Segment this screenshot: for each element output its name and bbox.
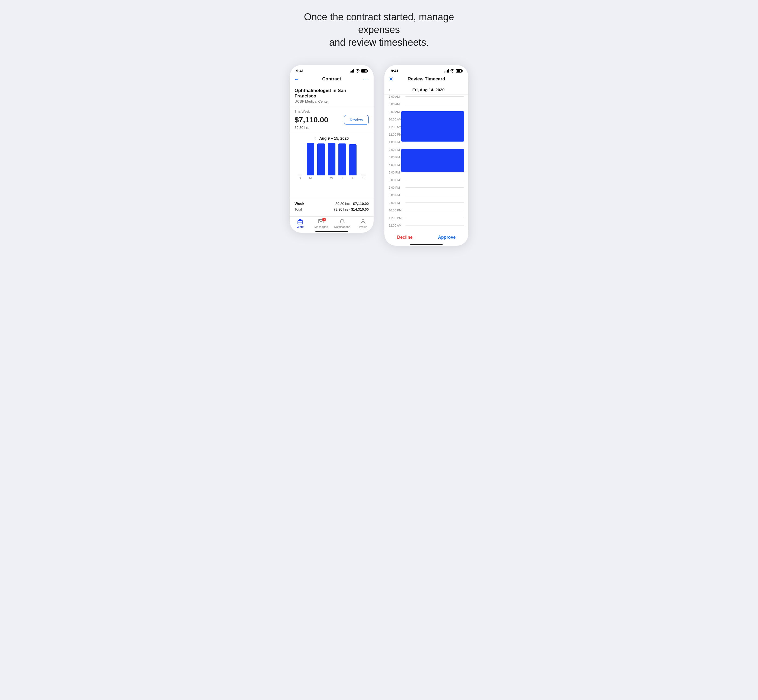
summary-week-value: 39:30 hrs · $7,110.00: [335, 202, 369, 206]
time-line-1: [406, 104, 464, 104]
wifi-icon-2: [450, 69, 455, 73]
bar-col-m1: M: [305, 143, 316, 180]
home-indicator-1: [316, 231, 348, 232]
time-label-12: 7:00 PM: [389, 186, 406, 189]
status-bar-2: 9:41: [384, 65, 468, 75]
bar-1: [307, 143, 314, 175]
wifi-icon-1: [355, 69, 360, 73]
headline-line2: and review timesheets.: [329, 37, 429, 48]
summary-week-row: Week 39:30 hrs · $7,110.00: [295, 202, 369, 206]
time-row-17: 12:00 AM: [389, 223, 464, 231]
week-hours: 39:30 hrs: [295, 126, 369, 130]
bar-5: [349, 144, 356, 175]
signal-icon-2: [444, 69, 449, 73]
week-amount: $7,110.00: [295, 116, 328, 124]
status-time-1: 9:41: [296, 69, 304, 73]
notifications-icon: [339, 219, 345, 225]
status-bar-1: 9:41: [290, 65, 374, 75]
battery-icon-1: [361, 69, 367, 73]
decline-button[interactable]: Decline: [397, 235, 413, 240]
bar-col-f5: F: [348, 144, 358, 180]
status-icons-2: [444, 69, 462, 73]
phone-timecard: 9:41 ✕ Review Timecard ‹: [384, 65, 468, 246]
bar-day-label-6: S: [363, 177, 364, 180]
messages-icon: 2: [318, 219, 324, 225]
status-time-2: 9:41: [391, 69, 399, 73]
time-row-12: 7:00 PM: [389, 186, 464, 193]
bar-tick-0: [297, 175, 302, 175]
chart-nav: ‹ Aug 9 – 15, 2020: [294, 136, 370, 141]
bar-day-label-1: M: [309, 177, 312, 180]
time-row-15: 10:00 PM: [389, 208, 464, 216]
time-row-14: 9:00 PM: [389, 201, 464, 208]
tab-notifications[interactable]: Notifications: [331, 219, 353, 228]
time-line-6: [406, 142, 464, 142]
bar-day-label-3: W: [330, 177, 333, 180]
time-label-11: 6:00 PM: [389, 178, 406, 182]
bar-tick-6: [361, 175, 366, 175]
time-label-16: 11:00 PM: [389, 216, 406, 220]
chart-prev-button[interactable]: ‹: [314, 136, 316, 141]
approve-button[interactable]: Approve: [438, 235, 456, 240]
contract-header: Ophthalmologist in San Francisco UCSF Me…: [290, 85, 374, 106]
action-row: Decline Approve: [384, 231, 468, 242]
home-indicator-2: [410, 244, 442, 245]
bar-day-label-4: T: [341, 177, 343, 180]
summary-week-label: Week: [295, 202, 304, 206]
back-button[interactable]: ←: [294, 77, 299, 82]
timecard-date: Fri, Aug 14, 2020: [393, 88, 464, 92]
week-section: This Week $7,110.00 Review 39:30 hrs: [290, 106, 374, 133]
headline: Once the contract started, manage expens…: [284, 11, 474, 49]
bar-col-t4: T: [337, 144, 348, 180]
time-label-0: 7:00 AM: [389, 94, 406, 98]
bar-col-w3: W: [326, 143, 337, 180]
time-label-1: 8:00 AM: [389, 102, 406, 106]
review-button[interactable]: Review: [344, 115, 369, 125]
tab-bar: Work 2 Messages: [290, 216, 374, 230]
nav-bar-contract: ← Contract ···: [290, 75, 374, 85]
contract-content: Ophthalmologist in San Francisco UCSF Me…: [290, 85, 374, 233]
bar-col-s0: S: [295, 141, 305, 180]
time-label-14: 9:00 PM: [389, 201, 406, 205]
more-button[interactable]: ···: [363, 76, 369, 82]
date-nav: ‹ Fri, Aug 14, 2020: [384, 85, 468, 94]
chart-section: ‹ Aug 9 – 15, 2020 SMTWTFS: [290, 133, 374, 198]
tab-work-label: Work: [297, 225, 303, 228]
summary-total-row: Total 79:30 hrs · $14,310.00: [295, 207, 369, 211]
bar-4: [338, 144, 346, 175]
headline-line1: Once the contract started, manage expens…: [304, 11, 454, 35]
bar-3: [328, 143, 335, 175]
bar-day-label-2: T: [320, 177, 322, 180]
bar-col-s6: S: [358, 141, 369, 180]
week-amount-row: $7,110.00 Review: [295, 115, 369, 125]
contract-subtitle: UCSF Medical Center: [295, 99, 369, 103]
tab-messages[interactable]: 2 Messages: [311, 219, 332, 228]
time-label-15: 10:00 PM: [389, 208, 406, 212]
time-row-11: 6:00 PM: [389, 178, 464, 186]
profile-icon: [360, 219, 366, 225]
time-row-1: 8:00 AM: [389, 102, 464, 109]
tab-profile-label: Profile: [359, 225, 367, 228]
tab-work[interactable]: Work: [290, 219, 311, 228]
close-button[interactable]: ✕: [389, 76, 393, 82]
week-label: This Week: [295, 109, 369, 113]
signal-icon-1: [350, 69, 354, 73]
summary-section: Week 39:30 hrs · $7,110.00 Total 79:30 h…: [290, 198, 374, 216]
time-block-morning: [401, 111, 464, 142]
time-line-0: [406, 96, 464, 97]
date-prev-button[interactable]: ‹: [389, 87, 390, 92]
phone-contract: 9:41 ← Contract ···: [290, 65, 374, 233]
contract-title: Ophthalmologist in San Francisco: [295, 88, 369, 99]
bar-day-label-5: F: [352, 177, 354, 180]
summary-total-value: 79:30 hrs · $14,310.00: [333, 207, 369, 211]
nav-title-timecard: Review Timecard: [408, 77, 445, 82]
status-icons-1: [350, 69, 367, 73]
tab-profile[interactable]: Profile: [353, 219, 374, 228]
battery-icon-2: [456, 69, 462, 73]
summary-total-label: Total: [295, 207, 302, 211]
time-label-17: 12:00 AM: [389, 223, 406, 227]
chart-period: Aug 9 – 15, 2020: [319, 136, 349, 141]
time-label-13: 8:00 PM: [389, 193, 406, 197]
time-row-16: 11:00 PM: [389, 216, 464, 223]
tab-messages-label: Messages: [314, 225, 328, 228]
